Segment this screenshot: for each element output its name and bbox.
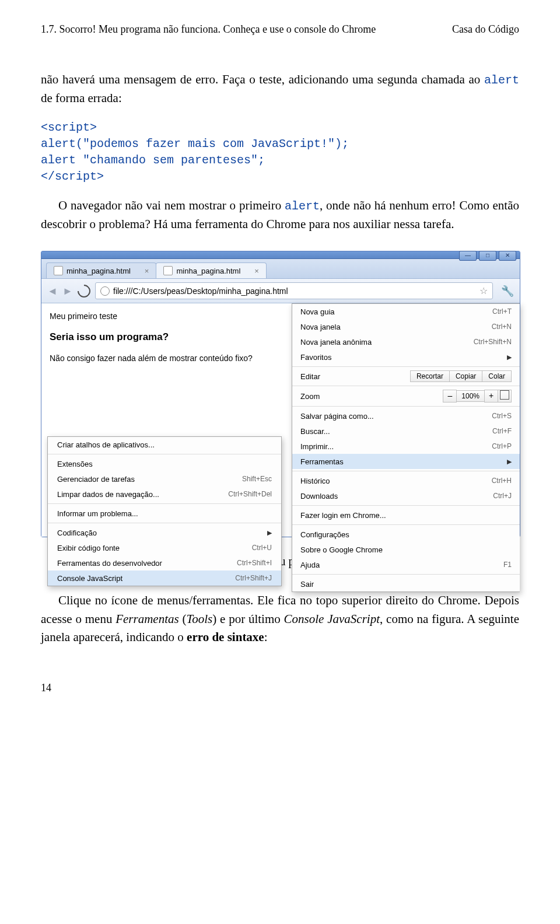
reload-icon[interactable] bbox=[75, 282, 93, 300]
menu-print[interactable]: Imprimir...Ctrl+P bbox=[292, 439, 520, 454]
copy-button[interactable]: Copiar bbox=[449, 370, 482, 382]
shortcut: Ctrl+U bbox=[252, 544, 272, 552]
text: ( bbox=[179, 612, 187, 626]
label: Codificação bbox=[57, 528, 97, 537]
globe-icon bbox=[100, 286, 110, 296]
menu-downloads[interactable]: DownloadsCtrl+J bbox=[292, 488, 520, 503]
menu-favorites[interactable]: Favoritos▶ bbox=[292, 349, 520, 365]
strong: erro de sintaxe bbox=[187, 630, 264, 644]
close-tab-icon[interactable]: × bbox=[145, 267, 149, 275]
menu-new-window[interactable]: Nova janelaCtrl+N bbox=[292, 319, 520, 334]
submenu-report-problem[interactable]: Informar um problema... bbox=[48, 506, 281, 521]
code-line: alert("podemos fazer mais com JavaScript… bbox=[41, 137, 349, 150]
close-button[interactable]: ✕ bbox=[499, 251, 516, 261]
menu-separator bbox=[48, 523, 281, 523]
shortcut: Ctrl+J bbox=[493, 492, 512, 500]
label: Ferramentas do desenvolvedor bbox=[57, 559, 162, 568]
label: Exibir código fonte bbox=[57, 544, 120, 552]
fullscreen-icon bbox=[500, 390, 509, 400]
label: Gerenciador de tarefas bbox=[57, 475, 135, 484]
text: de forma errada: bbox=[41, 91, 122, 105]
submenu-arrow-icon: ▶ bbox=[267, 529, 272, 537]
paste-button[interactable]: Colar bbox=[482, 370, 512, 382]
shortcut: Ctrl+Shift+I bbox=[237, 559, 272, 567]
menu-help[interactable]: AjudaF1 bbox=[292, 557, 520, 572]
maximize-button[interactable]: □ bbox=[479, 251, 496, 261]
menu-exit[interactable]: Sair bbox=[292, 576, 520, 592]
toolbar: ◄ ► file:///C:/Users/peas/Desktop/minha_… bbox=[41, 279, 520, 303]
label: Configurações bbox=[300, 530, 349, 539]
label: Sair bbox=[300, 580, 314, 589]
menu-save-as[interactable]: Salvar página como...Ctrl+S bbox=[292, 408, 520, 424]
menu-settings[interactable]: Configurações bbox=[292, 527, 520, 542]
label: Criar atalhos de aplicativos... bbox=[57, 440, 155, 449]
label: Informar um problema... bbox=[57, 509, 138, 518]
text: : bbox=[264, 630, 268, 644]
label: Nova guia bbox=[300, 307, 335, 316]
code-line: <script> bbox=[41, 121, 97, 134]
minimize-button[interactable]: — bbox=[459, 251, 477, 261]
text: O navegador não vai nem mostrar o primei… bbox=[58, 198, 285, 212]
submenu-encoding[interactable]: Codificação▶ bbox=[48, 525, 281, 540]
wrench-menu: Nova guiaCtrl+T Nova janelaCtrl+N Nova j… bbox=[292, 303, 520, 592]
label: Downloads bbox=[300, 492, 338, 501]
label: Ferramentas bbox=[300, 457, 344, 466]
submenu-clear-data[interactable]: Limpar dados de navegação...Ctrl+Shift+D… bbox=[48, 487, 281, 502]
menu-incognito[interactable]: Nova janela anônimaCtrl+Shift+N bbox=[292, 334, 520, 349]
label: Editar bbox=[300, 372, 320, 381]
back-icon[interactable]: ◄ bbox=[47, 286, 58, 296]
bookmark-star-icon[interactable]: ☆ bbox=[480, 285, 488, 296]
shortcut: Ctrl+N bbox=[492, 323, 512, 331]
shortcut: Ctrl+S bbox=[492, 412, 512, 420]
wrench-menu-icon[interactable]: 🔧 bbox=[501, 285, 514, 298]
favicon-icon bbox=[163, 266, 173, 275]
paragraph-1: não haverá uma mensagem de erro. Faça o … bbox=[41, 71, 519, 108]
shortcut: Ctrl+Shift+J bbox=[235, 574, 272, 582]
submenu-task-manager[interactable]: Gerenciador de tarefasShift+Esc bbox=[48, 471, 281, 487]
section-title: 1.7. Socorro! Meu programa não funciona.… bbox=[41, 23, 376, 36]
chrome-window: — □ ✕ minha_pagina.html × minha_pagina.h… bbox=[41, 251, 520, 537]
emphasis: Tools bbox=[186, 612, 212, 626]
menu-history[interactable]: HistóricoCtrl+H bbox=[292, 473, 520, 488]
browser-tab[interactable]: minha_pagina.html × bbox=[46, 262, 156, 278]
page-number: 14 bbox=[41, 682, 519, 694]
menu-separator bbox=[48, 454, 281, 454]
submenu-js-console[interactable]: Console JavaScriptCtrl+Shift+J bbox=[48, 570, 281, 586]
shortcut: Ctrl+Shift+N bbox=[474, 338, 512, 346]
shortcut: Shift+Esc bbox=[242, 475, 272, 483]
text: não haverá uma mensagem de erro. Faça o … bbox=[41, 72, 484, 86]
close-tab-icon[interactable]: × bbox=[254, 267, 259, 275]
paragraph-3: Clique no ícone de menus/ferramentas. El… bbox=[41, 592, 519, 647]
page-header: 1.7. Socorro! Meu programa não funciona.… bbox=[41, 23, 519, 36]
menu-about[interactable]: Sobre o Google Chrome bbox=[292, 542, 520, 557]
tab-title: minha_pagina.html bbox=[66, 267, 131, 275]
fullscreen-button[interactable] bbox=[498, 390, 512, 402]
menu-find[interactable]: Buscar...Ctrl+F bbox=[292, 424, 520, 439]
submenu-extensions[interactable]: Extensões bbox=[48, 456, 281, 471]
menu-separator bbox=[292, 524, 520, 525]
zoom-value: 100% bbox=[456, 390, 485, 402]
forward-icon[interactable]: ► bbox=[62, 286, 73, 296]
menu-new-tab[interactable]: Nova guiaCtrl+T bbox=[292, 304, 520, 319]
submenu-view-source[interactable]: Exibir código fonteCtrl+U bbox=[48, 540, 281, 555]
submenu-dev-tools[interactable]: Ferramentas do desenvolvedorCtrl+Shift+I bbox=[48, 555, 281, 570]
emphasis: Ferramentas bbox=[116, 612, 179, 626]
menu-tools[interactable]: Ferramentas▶ bbox=[292, 454, 520, 469]
menu-signin[interactable]: Fazer login em Chrome... bbox=[292, 508, 520, 523]
address-bar[interactable]: file:///C:/Users/peas/Desktop/minha_pagi… bbox=[95, 282, 493, 299]
submenu-create-shortcuts[interactable]: Criar atalhos de aplicativos... bbox=[48, 437, 281, 452]
label: Imprimir... bbox=[300, 442, 334, 451]
cut-button[interactable]: Recortar bbox=[410, 370, 450, 382]
label: Sobre o Google Chrome bbox=[300, 545, 383, 554]
page-heading-2: Seria isso um programa? bbox=[50, 331, 283, 343]
browser-tab-active[interactable]: minha_pagina.html × bbox=[156, 262, 266, 278]
shortcut: Ctrl+F bbox=[492, 427, 512, 435]
code-block: <script> alert("podemos fazer mais com J… bbox=[41, 120, 519, 185]
zoom-in-button[interactable]: + bbox=[484, 390, 498, 402]
menu-separator bbox=[48, 503, 281, 504]
text: ) e por último bbox=[212, 612, 284, 626]
shortcut: Ctrl+T bbox=[492, 307, 512, 316]
favicon-icon bbox=[54, 266, 63, 275]
zoom-out-button[interactable]: – bbox=[443, 390, 457, 402]
menu-separator bbox=[292, 366, 520, 367]
